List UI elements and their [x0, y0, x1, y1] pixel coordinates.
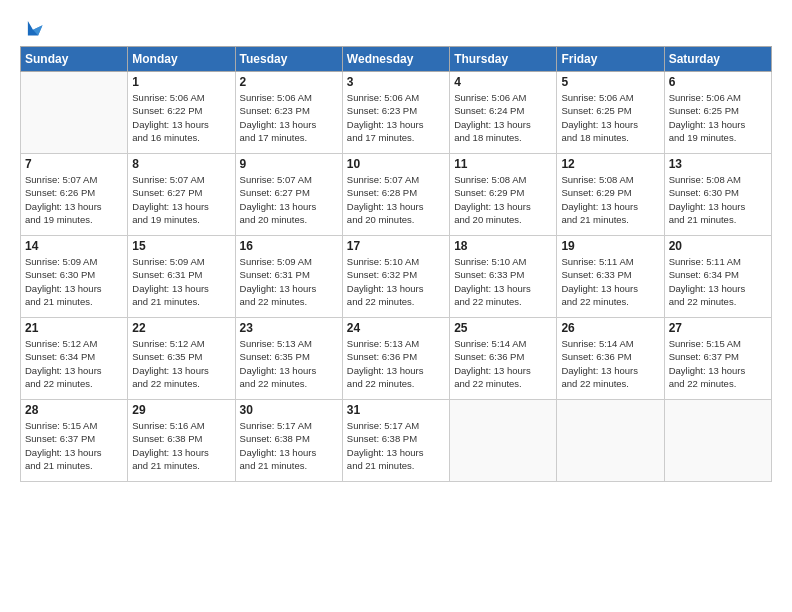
calendar-cell: 19Sunrise: 5:11 AM Sunset: 6:33 PM Dayli… — [557, 236, 664, 318]
day-info: Sunrise: 5:06 AM Sunset: 6:22 PM Dayligh… — [132, 91, 230, 144]
day-info: Sunrise: 5:14 AM Sunset: 6:36 PM Dayligh… — [561, 337, 659, 390]
day-info: Sunrise: 5:15 AM Sunset: 6:37 PM Dayligh… — [669, 337, 767, 390]
weekday-header: Sunday — [21, 47, 128, 72]
day-info: Sunrise: 5:09 AM Sunset: 6:30 PM Dayligh… — [25, 255, 123, 308]
calendar-cell: 8Sunrise: 5:07 AM Sunset: 6:27 PM Daylig… — [128, 154, 235, 236]
weekday-header: Friday — [557, 47, 664, 72]
day-number: 1 — [132, 75, 230, 89]
day-number: 31 — [347, 403, 445, 417]
day-info: Sunrise: 5:06 AM Sunset: 6:25 PM Dayligh… — [561, 91, 659, 144]
weekday-header: Saturday — [664, 47, 771, 72]
day-number: 26 — [561, 321, 659, 335]
day-info: Sunrise: 5:07 AM Sunset: 6:27 PM Dayligh… — [240, 173, 338, 226]
weekday-header: Wednesday — [342, 47, 449, 72]
calendar-cell: 10Sunrise: 5:07 AM Sunset: 6:28 PM Dayli… — [342, 154, 449, 236]
day-info: Sunrise: 5:09 AM Sunset: 6:31 PM Dayligh… — [132, 255, 230, 308]
day-number: 13 — [669, 157, 767, 171]
calendar-cell: 16Sunrise: 5:09 AM Sunset: 6:31 PM Dayli… — [235, 236, 342, 318]
day-info: Sunrise: 5:13 AM Sunset: 6:35 PM Dayligh… — [240, 337, 338, 390]
calendar-week-row: 21Sunrise: 5:12 AM Sunset: 6:34 PM Dayli… — [21, 318, 772, 400]
day-number: 17 — [347, 239, 445, 253]
day-number: 4 — [454, 75, 552, 89]
day-info: Sunrise: 5:06 AM Sunset: 6:25 PM Dayligh… — [669, 91, 767, 144]
day-info: Sunrise: 5:13 AM Sunset: 6:36 PM Dayligh… — [347, 337, 445, 390]
calendar-cell: 28Sunrise: 5:15 AM Sunset: 6:37 PM Dayli… — [21, 400, 128, 482]
calendar-cell — [557, 400, 664, 482]
day-info: Sunrise: 5:10 AM Sunset: 6:32 PM Dayligh… — [347, 255, 445, 308]
day-number: 15 — [132, 239, 230, 253]
calendar-cell: 13Sunrise: 5:08 AM Sunset: 6:30 PM Dayli… — [664, 154, 771, 236]
day-number: 16 — [240, 239, 338, 253]
logo-icon — [22, 18, 44, 40]
day-info: Sunrise: 5:07 AM Sunset: 6:28 PM Dayligh… — [347, 173, 445, 226]
calendar-cell: 9Sunrise: 5:07 AM Sunset: 6:27 PM Daylig… — [235, 154, 342, 236]
day-number: 18 — [454, 239, 552, 253]
day-number: 21 — [25, 321, 123, 335]
page: SundayMondayTuesdayWednesdayThursdayFrid… — [0, 0, 792, 612]
day-number: 19 — [561, 239, 659, 253]
logo — [20, 18, 44, 40]
weekday-row: SundayMondayTuesdayWednesdayThursdayFrid… — [21, 47, 772, 72]
calendar-cell: 29Sunrise: 5:16 AM Sunset: 6:38 PM Dayli… — [128, 400, 235, 482]
day-number: 5 — [561, 75, 659, 89]
weekday-header: Monday — [128, 47, 235, 72]
calendar-cell — [450, 400, 557, 482]
day-number: 11 — [454, 157, 552, 171]
day-number: 28 — [25, 403, 123, 417]
day-number: 6 — [669, 75, 767, 89]
day-info: Sunrise: 5:08 AM Sunset: 6:30 PM Dayligh… — [669, 173, 767, 226]
calendar-cell — [21, 72, 128, 154]
day-info: Sunrise: 5:09 AM Sunset: 6:31 PM Dayligh… — [240, 255, 338, 308]
calendar-week-row: 28Sunrise: 5:15 AM Sunset: 6:37 PM Dayli… — [21, 400, 772, 482]
day-number: 2 — [240, 75, 338, 89]
day-info: Sunrise: 5:12 AM Sunset: 6:35 PM Dayligh… — [132, 337, 230, 390]
calendar-cell: 31Sunrise: 5:17 AM Sunset: 6:38 PM Dayli… — [342, 400, 449, 482]
day-info: Sunrise: 5:15 AM Sunset: 6:37 PM Dayligh… — [25, 419, 123, 472]
weekday-header: Tuesday — [235, 47, 342, 72]
day-info: Sunrise: 5:17 AM Sunset: 6:38 PM Dayligh… — [347, 419, 445, 472]
calendar-cell: 21Sunrise: 5:12 AM Sunset: 6:34 PM Dayli… — [21, 318, 128, 400]
calendar-cell: 4Sunrise: 5:06 AM Sunset: 6:24 PM Daylig… — [450, 72, 557, 154]
day-info: Sunrise: 5:11 AM Sunset: 6:33 PM Dayligh… — [561, 255, 659, 308]
day-info: Sunrise: 5:16 AM Sunset: 6:38 PM Dayligh… — [132, 419, 230, 472]
calendar-cell: 23Sunrise: 5:13 AM Sunset: 6:35 PM Dayli… — [235, 318, 342, 400]
calendar-cell: 2Sunrise: 5:06 AM Sunset: 6:23 PM Daylig… — [235, 72, 342, 154]
calendar-cell: 30Sunrise: 5:17 AM Sunset: 6:38 PM Dayli… — [235, 400, 342, 482]
day-info: Sunrise: 5:10 AM Sunset: 6:33 PM Dayligh… — [454, 255, 552, 308]
day-number: 3 — [347, 75, 445, 89]
calendar-cell: 18Sunrise: 5:10 AM Sunset: 6:33 PM Dayli… — [450, 236, 557, 318]
calendar-cell: 15Sunrise: 5:09 AM Sunset: 6:31 PM Dayli… — [128, 236, 235, 318]
day-info: Sunrise: 5:06 AM Sunset: 6:23 PM Dayligh… — [240, 91, 338, 144]
day-info: Sunrise: 5:08 AM Sunset: 6:29 PM Dayligh… — [561, 173, 659, 226]
calendar-cell: 27Sunrise: 5:15 AM Sunset: 6:37 PM Dayli… — [664, 318, 771, 400]
day-number: 25 — [454, 321, 552, 335]
calendar-cell: 6Sunrise: 5:06 AM Sunset: 6:25 PM Daylig… — [664, 72, 771, 154]
calendar-cell: 14Sunrise: 5:09 AM Sunset: 6:30 PM Dayli… — [21, 236, 128, 318]
day-number: 14 — [25, 239, 123, 253]
calendar-cell: 5Sunrise: 5:06 AM Sunset: 6:25 PM Daylig… — [557, 72, 664, 154]
day-info: Sunrise: 5:12 AM Sunset: 6:34 PM Dayligh… — [25, 337, 123, 390]
day-info: Sunrise: 5:07 AM Sunset: 6:26 PM Dayligh… — [25, 173, 123, 226]
day-info: Sunrise: 5:14 AM Sunset: 6:36 PM Dayligh… — [454, 337, 552, 390]
day-number: 7 — [25, 157, 123, 171]
header — [20, 18, 772, 40]
calendar-week-row: 14Sunrise: 5:09 AM Sunset: 6:30 PM Dayli… — [21, 236, 772, 318]
day-number: 8 — [132, 157, 230, 171]
calendar-cell: 11Sunrise: 5:08 AM Sunset: 6:29 PM Dayli… — [450, 154, 557, 236]
day-number: 9 — [240, 157, 338, 171]
calendar-cell: 3Sunrise: 5:06 AM Sunset: 6:23 PM Daylig… — [342, 72, 449, 154]
calendar-cell: 26Sunrise: 5:14 AM Sunset: 6:36 PM Dayli… — [557, 318, 664, 400]
calendar-cell: 20Sunrise: 5:11 AM Sunset: 6:34 PM Dayli… — [664, 236, 771, 318]
day-number: 30 — [240, 403, 338, 417]
day-info: Sunrise: 5:17 AM Sunset: 6:38 PM Dayligh… — [240, 419, 338, 472]
calendar-table: SundayMondayTuesdayWednesdayThursdayFrid… — [20, 46, 772, 482]
day-info: Sunrise: 5:06 AM Sunset: 6:24 PM Dayligh… — [454, 91, 552, 144]
day-number: 10 — [347, 157, 445, 171]
calendar-week-row: 7Sunrise: 5:07 AM Sunset: 6:26 PM Daylig… — [21, 154, 772, 236]
calendar-body: 1Sunrise: 5:06 AM Sunset: 6:22 PM Daylig… — [21, 72, 772, 482]
calendar-week-row: 1Sunrise: 5:06 AM Sunset: 6:22 PM Daylig… — [21, 72, 772, 154]
calendar-cell: 1Sunrise: 5:06 AM Sunset: 6:22 PM Daylig… — [128, 72, 235, 154]
day-number: 29 — [132, 403, 230, 417]
day-number: 12 — [561, 157, 659, 171]
calendar-cell: 7Sunrise: 5:07 AM Sunset: 6:26 PM Daylig… — [21, 154, 128, 236]
